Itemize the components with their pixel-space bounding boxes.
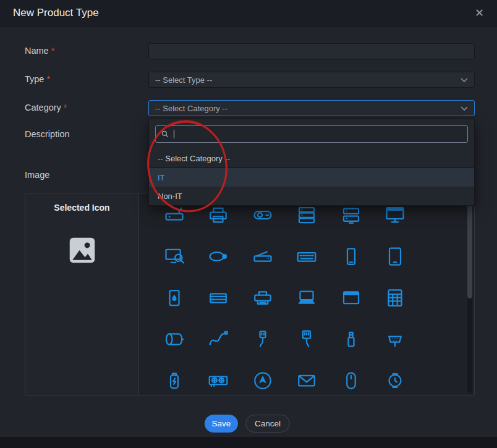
scrollbar-thumb[interactable] (467, 197, 472, 298)
type-field-label: Type* (25, 74, 50, 84)
category-select[interactable]: -- Select Category -- (148, 100, 475, 116)
category-field-label: Category* (25, 103, 67, 112)
close-icon[interactable]: ✕ (475, 7, 484, 19)
browser-window-icon[interactable] (338, 285, 364, 311)
image-icon-picker: Selected Icon (25, 193, 475, 395)
new-product-type-dialog: New Product Type ✕ Name* Type* Category*… (0, 0, 497, 437)
tablet-icon[interactable] (382, 243, 408, 269)
scanner-icon[interactable] (250, 243, 276, 269)
cancel-button[interactable]: Cancel (245, 415, 290, 433)
image-placeholder-icon (66, 234, 99, 269)
keyboard-icon[interactable] (294, 243, 320, 269)
rack-server-icon[interactable] (205, 285, 231, 311)
category-option-non-it[interactable]: Non-IT (149, 187, 474, 205)
power-bank-icon[interactable] (161, 368, 187, 394)
chevron-down-icon (461, 106, 468, 111)
description-field-label: Description (25, 129, 70, 139)
chevron-down-icon (461, 78, 468, 82)
icon-grid-scrollbar[interactable] (467, 195, 472, 393)
required-marker: * (64, 103, 67, 112)
envelope-icon[interactable] (294, 368, 320, 394)
save-button[interactable]: Save (205, 415, 238, 433)
name-field-label: Name* (25, 46, 54, 56)
category-option-select-category[interactable]: -- Select Category -- (149, 149, 474, 168)
search-icon (161, 130, 169, 138)
vga-connector-icon[interactable] (382, 326, 408, 352)
cable-icon[interactable] (205, 326, 231, 352)
category-option-it[interactable]: IT (149, 168, 474, 187)
dialog-title: New Product Type (13, 7, 99, 19)
ethernet-cable-icon[interactable] (294, 326, 320, 352)
graphics-card-icon[interactable] (205, 368, 231, 394)
mouse-icon[interactable] (338, 368, 364, 394)
type-select-value: -- Select Type -- (155, 75, 212, 85)
required-marker: * (51, 46, 55, 56)
tablet-droplet-icon[interactable] (161, 285, 187, 311)
usb-drive-icon[interactable] (338, 326, 364, 352)
name-input[interactable] (148, 43, 475, 59)
category-select-value: -- Select Category -- (155, 104, 227, 113)
icon-grid (139, 193, 474, 395)
selected-icon-pane: Selected Icon (25, 193, 139, 395)
paper-roll-icon[interactable] (161, 326, 187, 352)
monitor-search-icon[interactable] (161, 243, 187, 269)
dialog-header: New Product Type ✕ (0, 0, 497, 27)
dot-matrix-printer-icon[interactable] (250, 285, 276, 311)
selected-icon-heading: Selected Icon (54, 203, 109, 213)
smartphone-icon[interactable] (338, 243, 364, 269)
spreadsheet-icon[interactable] (382, 285, 408, 311)
text-cursor (174, 130, 174, 138)
laptop-icon[interactable] (294, 285, 320, 311)
type-select[interactable]: -- Select Type -- (148, 72, 475, 88)
category-dropdown-panel: -- Select Category -- IT Non-IT (148, 119, 475, 206)
trackball-icon[interactable] (250, 368, 276, 394)
wireless-mouse-icon[interactable] (205, 243, 231, 269)
category-search-input[interactable] (155, 125, 468, 143)
image-field-label: Image (25, 170, 49, 180)
smartwatch-icon[interactable] (382, 368, 408, 394)
usb-cable-icon[interactable] (250, 326, 276, 352)
required-marker: * (46, 74, 50, 84)
